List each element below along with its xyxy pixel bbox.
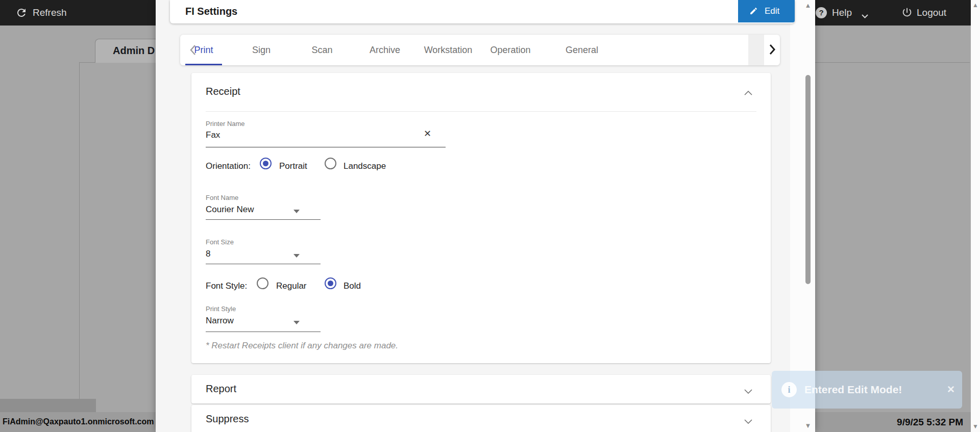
orientation-portrait-radio[interactable]: [260, 158, 272, 169]
refresh-icon: [15, 7, 28, 21]
print-style-label: Print Style: [206, 305, 236, 313]
font-size-label: Font Size: [206, 238, 234, 246]
refresh-button[interactable]: Refresh: [33, 0, 67, 26]
restart-note: * Restart Receipts client if any changes…: [206, 341, 398, 351]
toast-notification: i Entered Edit Mode! ✕: [772, 371, 962, 409]
fi-settings-dialog: ▲ ▼ FI Settings Edit Print Sign Scan Arc…: [156, 0, 815, 432]
backdrop-panel-left-border: [79, 62, 80, 403]
edit-button[interactable]: Edit: [738, 0, 795, 22]
print-style-select[interactable]: Narrow: [206, 316, 234, 326]
dialog-scrollbar-thumb[interactable]: [805, 75, 811, 284]
pencil-icon: [749, 7, 758, 15]
power-icon: [901, 7, 913, 20]
report-section: Report: [191, 375, 771, 403]
orientation-label: Orientation:: [206, 161, 251, 171]
tab-workstation[interactable]: Workstation: [424, 35, 473, 65]
suppress-section-title: Suppress: [206, 413, 249, 425]
font-style-bold-label[interactable]: Bold: [344, 281, 361, 291]
tab-operation[interactable]: Operation: [490, 35, 530, 65]
chevron-down-icon: [862, 11, 868, 20]
toast-message: Entered Edit Mode!: [804, 371, 902, 409]
edit-button-label: Edit: [765, 0, 779, 22]
tab-scan[interactable]: Scan: [311, 35, 332, 65]
page-scrollbar[interactable]: ▲ ▼: [971, 0, 980, 432]
tab-print[interactable]: Print: [194, 35, 213, 65]
dialog-scroll-up-icon[interactable]: ▲: [802, 2, 814, 9]
screen: Refresh ? Help Logout Admin D FiAdmin@Qa…: [0, 0, 980, 432]
tab-sign[interactable]: Sign: [252, 35, 271, 65]
orientation-portrait-label[interactable]: Portrait: [279, 161, 307, 171]
toast-close-icon[interactable]: ✕: [947, 371, 955, 409]
font-name-underline: [206, 219, 321, 220]
print-style-dropdown-icon[interactable]: [293, 321, 300, 324]
section-divider: [206, 111, 756, 112]
report-section-title: Report: [206, 383, 236, 395]
dialog-title: FI Settings: [185, 0, 237, 23]
tab-general[interactable]: General: [566, 35, 598, 65]
settings-tab-bar: Print Sign Scan Archive Workstation Oper…: [180, 35, 780, 65]
backdrop-footer-block: [0, 399, 96, 412]
page-scroll-up-icon[interactable]: ▲: [971, 2, 980, 9]
receipt-section: Receipt Printer Name Fax ✕ Orientation: …: [191, 73, 771, 363]
font-size-underline: [206, 264, 321, 264]
tab-bar-spacer: [748, 35, 764, 65]
font-size-select[interactable]: 8: [206, 249, 210, 259]
tab-scroll-right-icon[interactable]: [769, 44, 776, 57]
font-style-bold-radio[interactable]: [325, 277, 336, 289]
collapse-receipt-icon[interactable]: [744, 88, 752, 97]
font-size-dropdown-icon[interactable]: [293, 254, 300, 258]
font-name-label: Font Name: [206, 194, 238, 201]
dialog-scroll-down-icon[interactable]: ▼: [802, 422, 814, 429]
font-name-select[interactable]: Courier New: [206, 205, 254, 215]
help-icon: ?: [816, 7, 827, 18]
status-datetime: 9/9/25 5:32 PM: [897, 417, 963, 428]
print-style-underline: [206, 332, 321, 332]
dialog-scrollbar-track[interactable]: [790, 0, 815, 432]
orientation-landscape-radio[interactable]: [325, 158, 336, 169]
printer-name-field[interactable]: Fax: [206, 130, 220, 140]
printer-name-label: Printer Name: [206, 120, 245, 128]
active-tab-indicator: [185, 64, 222, 65]
printer-name-underline: [206, 147, 446, 147]
orientation-landscape-label[interactable]: Landscape: [344, 161, 386, 171]
info-icon: i: [781, 382, 797, 397]
help-menu[interactable]: Help: [832, 0, 852, 26]
expand-suppress-icon[interactable]: [744, 417, 752, 426]
logout-button[interactable]: Logout: [917, 0, 946, 26]
expand-report-icon[interactable]: [744, 387, 752, 396]
tab-archive[interactable]: Archive: [370, 35, 400, 65]
clear-printer-name-icon[interactable]: ✕: [424, 128, 431, 139]
receipt-section-title: Receipt: [206, 86, 240, 97]
font-style-label: Font Style:: [206, 281, 247, 291]
font-name-dropdown-icon[interactable]: [293, 210, 300, 213]
logged-in-user: FiAdmin@Qaxpauto1.onmicrosoft.com: [3, 417, 154, 426]
page-scroll-down-icon[interactable]: ▼: [971, 423, 980, 430]
suppress-section: Suppress: [191, 405, 771, 432]
dialog-header: FI Settings Edit: [170, 0, 795, 23]
font-style-regular-radio[interactable]: [257, 277, 268, 289]
font-style-regular-label[interactable]: Regular: [276, 281, 307, 291]
